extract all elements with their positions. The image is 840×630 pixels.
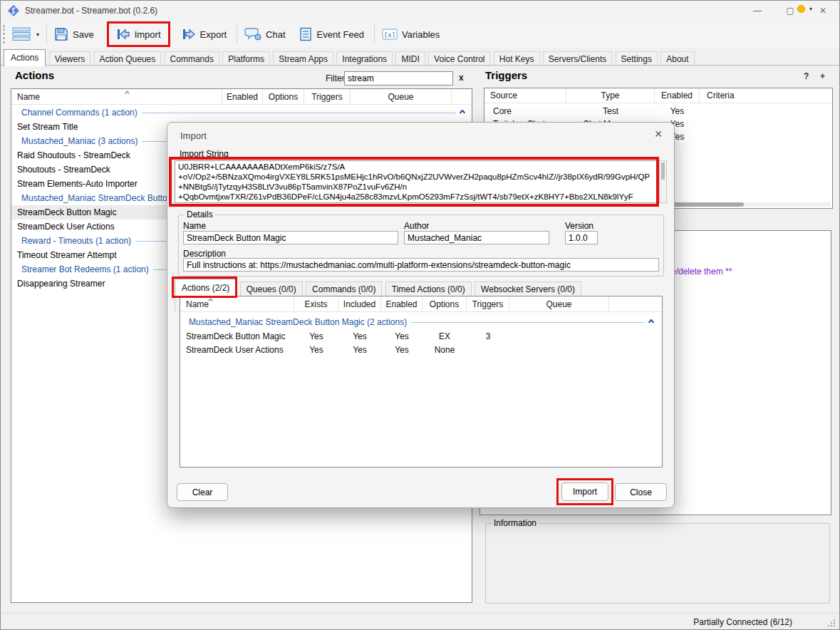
column-header-exists[interactable]: Exists: [294, 296, 338, 311]
details-legend: Details: [185, 210, 215, 220]
tab-hot-keys[interactable]: Hot Keys: [494, 51, 540, 66]
dialog-table-header: Name Exists Included Enabled Options Tri…: [180, 296, 662, 312]
dialog-action-row[interactable]: StreamDeck Button Magic Yes Yes Yes EX 3: [180, 329, 660, 343]
tab-platforms[interactable]: Platforms: [222, 51, 270, 66]
column-header-triggers[interactable]: Triggers: [304, 89, 351, 104]
tab-stream-apps[interactable]: Stream Apps: [273, 51, 333, 66]
tab-about[interactable]: About: [660, 51, 694, 66]
save-label: Save: [73, 29, 94, 40]
import-icon: [116, 27, 130, 41]
import-string-input[interactable]: U0JBRR+LCAAAAAAABADtXemP6kiS/z7S/A +oV/O…: [175, 160, 658, 203]
variables-button[interactable]: [x] Variables: [378, 25, 444, 43]
filter-input[interactable]: [344, 71, 453, 86]
dialog-actions-table: Name Exists Included Enabled Options Tri…: [180, 296, 663, 468]
actions-table-header: Name Enabled Options Triggers Queue: [11, 89, 472, 105]
description-field[interactable]: [183, 258, 659, 272]
event-feed-icon: [299, 27, 313, 41]
annotation-toolbar-import: Import: [107, 21, 170, 47]
column-header-filler: [452, 89, 472, 104]
column-header-enabled[interactable]: Enabled: [655, 88, 700, 103]
tab-settings[interactable]: Settings: [616, 51, 658, 66]
dialog-tab-websocket-servers[interactable]: Websocket Servers (0/0): [475, 282, 581, 296]
details-groupbox: Details Name Author Version Description: [178, 210, 664, 277]
status-dropdown-caret[interactable]: ▾: [809, 6, 812, 12]
author-field[interactable]: [404, 231, 549, 244]
sort-asc-icon: [125, 91, 130, 95]
dialog-tab-commands[interactable]: Commands (0/0): [306, 282, 382, 296]
triggers-panel-title: Triggers: [485, 69, 527, 81]
event-feed-button[interactable]: Event Feed: [294, 24, 369, 44]
tab-servers-clients[interactable]: Servers/Clients: [543, 51, 612, 66]
name-field[interactable]: [183, 231, 398, 244]
dialog-title: Import: [180, 130, 207, 141]
dialog-tab-actions[interactable]: Actions (2/2): [175, 279, 237, 296]
dialog-import-button[interactable]: Import: [561, 482, 608, 501]
resize-grip[interactable]: [828, 619, 829, 621]
column-header-queue[interactable]: Queue: [351, 89, 452, 104]
column-header-source[interactable]: Source: [484, 88, 566, 103]
menu-icon: [12, 27, 31, 41]
collapse-icon[interactable]: [648, 319, 654, 325]
chat-button[interactable]: Chat: [240, 24, 289, 44]
tab-viewers[interactable]: Viewers: [49, 51, 90, 66]
column-header-filler: [609, 296, 662, 311]
column-header-options[interactable]: Options: [263, 89, 304, 104]
triggers-table-header: Source Type Enabled Criteria: [484, 88, 832, 103]
column-header-queue[interactable]: Queue: [509, 296, 609, 311]
tab-action-queues[interactable]: Action Queues: [94, 51, 162, 66]
minimize-button[interactable]: —: [741, 1, 774, 21]
triggers-add-button[interactable]: +: [820, 71, 825, 81]
import-dialog: Import ✕ Import String U0JBRR+LCAAAAAAAB…: [167, 122, 675, 508]
toolbar-separator: [237, 25, 237, 43]
subactions-hint: e/delete them **: [671, 267, 732, 277]
version-label: Version: [565, 221, 593, 231]
event-feed-label: Event Feed: [317, 29, 365, 40]
dialog-tab-queues[interactable]: Queues (0/0): [240, 282, 303, 296]
tab-integrations[interactable]: Integrations: [336, 51, 393, 66]
name-label: Name: [183, 221, 206, 231]
save-icon: [54, 27, 68, 41]
column-header-name[interactable]: Name: [11, 89, 222, 104]
save-button[interactable]: Save: [50, 24, 98, 44]
tab-voice-control[interactable]: Voice Control: [428, 51, 490, 66]
collapse-icon[interactable]: [460, 110, 465, 115]
export-icon: [182, 27, 196, 41]
import-button[interactable]: Import: [112, 24, 165, 44]
action-group-row[interactable]: Channel Commands (1 action): [11, 105, 472, 120]
information-panel: Information: [485, 518, 830, 604]
tab-commands[interactable]: Commands: [165, 51, 219, 66]
dialog-tab-timed-actions[interactable]: Timed Actions (0/0): [385, 282, 472, 296]
tab-strip-divider: [1, 65, 839, 66]
dialog-group-row[interactable]: Mustached_Maniac StreamDeck Button Magic…: [180, 315, 660, 329]
column-header-name[interactable]: Name: [180, 296, 294, 311]
import-string-scrollbar[interactable]: [659, 160, 667, 203]
column-header-criteria[interactable]: Criteria: [700, 88, 832, 103]
column-header-triggers[interactable]: Triggers: [467, 296, 509, 311]
variables-label: Variables: [402, 29, 440, 40]
toolbar-separator: [46, 25, 47, 43]
status-dot[interactable]: [797, 5, 805, 13]
column-header-type[interactable]: Type: [566, 88, 655, 103]
triggers-help-button[interactable]: ?: [804, 71, 809, 81]
toolbar-separator: [374, 25, 375, 43]
column-header-enabled[interactable]: Enabled: [222, 89, 263, 104]
tab-actions[interactable]: Actions: [4, 49, 46, 66]
window-title: Streamer.bot - Streamer.bot (0.2.6): [25, 6, 157, 16]
column-header-included[interactable]: Included: [338, 296, 381, 311]
column-header-enabled[interactable]: Enabled: [381, 296, 422, 311]
version-field[interactable]: [565, 231, 598, 244]
toolbar: ▾ Save Import: [1, 21, 839, 48]
actions-panel-title: Actions: [15, 69, 54, 81]
column-header-options[interactable]: Options: [422, 296, 467, 311]
dialog-action-row[interactable]: StreamDeck User Actions Yes Yes Yes None: [180, 343, 660, 356]
connection-status-text: Partially Connected (6/12): [693, 617, 792, 627]
main-menu-button[interactable]: ▾: [8, 24, 43, 44]
dialog-close-button[interactable]: Close: [615, 483, 667, 501]
dialog-close-icon[interactable]: ✕: [654, 128, 663, 140]
trigger-row[interactable]: Core Test Yes: [484, 105, 832, 118]
export-button[interactable]: Export: [177, 24, 232, 44]
toolbar-grip[interactable]: [3, 25, 5, 43]
tab-midi[interactable]: MIDI: [395, 51, 425, 66]
filter-clear-button[interactable]: x: [459, 73, 464, 83]
clear-button[interactable]: Clear: [177, 483, 228, 501]
